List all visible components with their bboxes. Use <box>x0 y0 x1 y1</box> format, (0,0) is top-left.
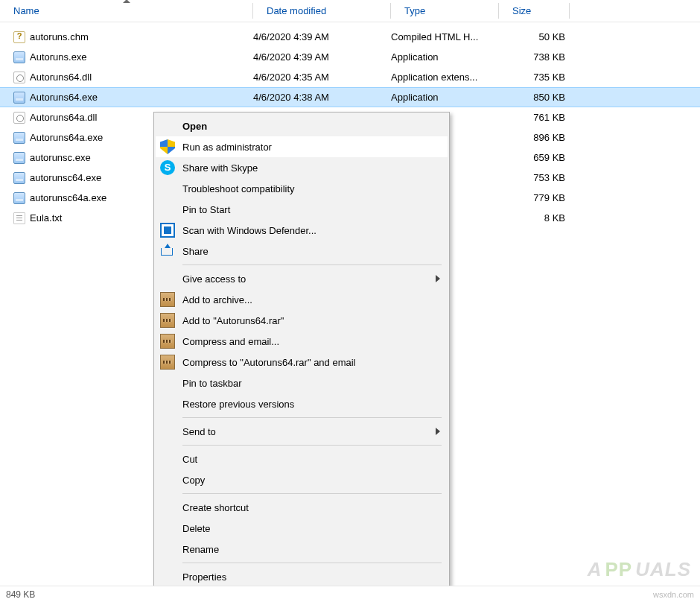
menu-item-compress-to-autoruns64-rar-and-email[interactable]: Compress to "Autoruns64.rar" and email <box>156 352 448 373</box>
header-name[interactable]: Name <box>0 0 253 22</box>
blank-icon <box>160 472 175 487</box>
menu-item-give-access-to[interactable]: Give access to <box>156 268 448 289</box>
menu-item-add-to-autoruns64-rar[interactable]: Add to "Autoruns64.rar" <box>156 310 448 331</box>
menu-item-label: Properties <box>182 571 440 583</box>
menu-item-troubleshoot-compatibility[interactable]: Troubleshoot compatibility <box>156 178 448 199</box>
rar-icon <box>160 292 175 307</box>
menu-separator <box>182 493 442 494</box>
menu-item-label: Restore previous versions <box>182 399 440 410</box>
blank-icon <box>160 521 175 536</box>
menu-item-run-as-administrator[interactable]: Run as administrator <box>156 136 448 157</box>
context-menu: OpenRun as administratorShare with Skype… <box>153 112 450 591</box>
chevron-right-icon <box>436 275 440 282</box>
file-size: 735 KB <box>499 72 570 83</box>
menu-item-label: Share <box>182 246 440 257</box>
header-size[interactable]: Size <box>499 0 570 22</box>
menu-item-share[interactable]: Share <box>156 241 448 262</box>
app-file-icon <box>13 132 25 144</box>
menu-separator <box>182 264 442 265</box>
watermark-letter: A <box>588 558 602 581</box>
header-separator[interactable] <box>569 3 570 19</box>
file-type: Application extens... <box>391 72 499 83</box>
menu-item-open[interactable]: Open <box>156 115 448 136</box>
rar-icon <box>160 313 175 328</box>
rar-icon <box>160 334 175 349</box>
header-type-label: Type <box>404 5 425 16</box>
menu-item-delete[interactable]: Delete <box>156 518 448 539</box>
menu-item-label: Troubleshoot compatibility <box>182 183 440 194</box>
rar-icon <box>160 355 175 370</box>
menu-item-label: Pin to Start <box>182 204 440 215</box>
menu-item-pin-to-start[interactable]: Pin to Start <box>156 199 448 220</box>
menu-item-properties[interactable]: Properties <box>156 566 448 587</box>
file-size: 779 KB <box>499 192 570 203</box>
file-type: Application <box>391 92 499 103</box>
file-size: 50 KB <box>499 31 570 42</box>
app-file-icon <box>13 152 25 164</box>
menu-item-send-to[interactable]: Send to <box>156 421 448 442</box>
menu-item-scan-with-windows-defender[interactable]: Scan with Windows Defender... <box>156 220 448 241</box>
file-name: autorunsc64.exe <box>30 172 101 183</box>
app-file-icon <box>13 172 25 184</box>
watermark-logo: APPUALS <box>588 558 691 581</box>
watermark-letters: UALS <box>635 558 691 581</box>
app-file-icon <box>13 92 25 104</box>
file-name: Autoruns64a.exe <box>30 132 103 143</box>
menu-item-label: Copy <box>182 475 440 486</box>
chevron-right-icon <box>436 428 440 435</box>
menu-item-cut[interactable]: Cut <box>156 449 448 469</box>
file-row[interactable]: Autoruns64.exe4/6/2020 4:38 AMApplicatio… <box>0 87 700 107</box>
menu-separator <box>182 563 442 563</box>
status-bar: 849 KB wsxdn.com <box>0 586 700 602</box>
file-row[interactable]: autoruns.chm4/6/2020 4:39 AMCompiled HTM… <box>0 27 700 47</box>
menu-item-label: Compress and email... <box>182 336 440 347</box>
menu-item-label: Add to archive... <box>182 294 440 305</box>
file-size: 738 KB <box>499 51 570 63</box>
blank-icon <box>160 569 175 584</box>
menu-item-label: Share with Skype <box>182 162 440 174</box>
menu-item-label: Compress to "Autoruns64.rar" and email <box>182 357 440 368</box>
file-date: 4/6/2020 4:39 AM <box>253 31 391 42</box>
file-name: autoruns.chm <box>30 31 89 42</box>
chm-file-icon <box>13 31 25 43</box>
blank-icon <box>160 542 175 557</box>
shield-icon <box>160 139 175 154</box>
menu-item-copy[interactable]: Copy <box>156 469 448 490</box>
defender-icon <box>160 223 175 238</box>
blank-icon <box>160 118 175 133</box>
menu-item-compress-and-email[interactable]: Compress and email... <box>156 331 448 352</box>
file-name: Autoruns64.exe <box>30 92 98 103</box>
file-name: Eula.txt <box>30 212 62 224</box>
menu-item-label: Create shortcut <box>182 502 440 513</box>
file-size: 659 KB <box>499 152 570 163</box>
menu-item-pin-to-taskbar[interactable]: Pin to taskbar <box>156 373 448 393</box>
blank-icon <box>160 376 175 390</box>
menu-item-label: Run as administrator <box>182 142 440 153</box>
file-size: 761 KB <box>499 112 570 123</box>
sort-ascending-icon <box>123 0 130 3</box>
menu-item-create-shortcut[interactable]: Create shortcut <box>156 497 448 518</box>
blank-icon <box>160 452 175 466</box>
blank-icon <box>160 181 175 196</box>
blank-icon <box>160 396 175 411</box>
file-name: autorunsc64a.exe <box>30 192 106 203</box>
menu-item-share-with-skype[interactable]: Share with Skype <box>156 157 448 178</box>
menu-item-label: Open <box>182 121 440 132</box>
share-icon <box>160 244 175 259</box>
menu-item-add-to-archive[interactable]: Add to archive... <box>156 289 448 310</box>
file-name: Autoruns64a.dll <box>30 112 97 123</box>
menu-item-rename[interactable]: Rename <box>156 539 448 560</box>
menu-item-label: Delete <box>182 523 440 534</box>
menu-item-label: Send to <box>182 426 428 437</box>
file-row[interactable]: Autoruns64.dll4/6/2020 4:35 AMApplicatio… <box>0 67 700 87</box>
file-date: 4/6/2020 4:35 AM <box>253 72 391 83</box>
blank-icon <box>160 271 175 286</box>
file-row[interactable]: Autoruns.exe4/6/2020 4:39 AMApplication7… <box>0 47 700 67</box>
menu-separator <box>182 417 442 418</box>
menu-item-label: Scan with Windows Defender... <box>182 225 440 236</box>
header-type[interactable]: Type <box>391 0 499 22</box>
dll-file-icon <box>13 112 25 124</box>
header-date[interactable]: Date modified <box>253 0 391 22</box>
skype-icon <box>160 160 175 175</box>
menu-item-restore-previous-versions[interactable]: Restore previous versions <box>156 393 448 414</box>
